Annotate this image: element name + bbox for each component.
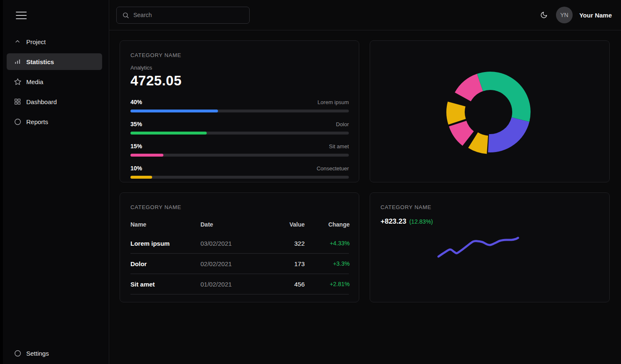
table-row: Dolor 02/02/2021 173 +3.3%	[130, 254, 349, 274]
sidebar-item-label: Project	[26, 38, 46, 45]
moon-icon[interactable]	[538, 10, 549, 20]
progress-row: 15% Sit amet	[130, 143, 349, 157]
sparkline-path	[438, 238, 518, 257]
star-icon	[13, 77, 22, 86]
cell-date: 02/02/2021	[200, 260, 260, 267]
sidebar-item-media[interactable]: Media	[7, 73, 102, 90]
table-row: Lorem ipsum 03/02/2021 322 +4.33%	[130, 233, 349, 254]
donut-segment	[468, 132, 488, 154]
sparkline-card: CATEGORY NAME +823.23 (12.83%)	[370, 192, 610, 302]
progress-track	[130, 176, 349, 179]
sidebar-item-settings[interactable]: Settings	[7, 345, 102, 362]
progress-fill	[130, 176, 152, 179]
card-category-label: CATEGORY NAME	[130, 52, 349, 58]
donut-chart	[370, 41, 609, 182]
progress-fill	[130, 154, 163, 157]
cell-date: 03/02/2021	[200, 240, 260, 247]
sidebar: Project Statistics Media Dashboard Repor…	[0, 0, 109, 364]
column-header-change: Change	[305, 221, 350, 228]
progress-row: 10% Consectetuer	[130, 165, 349, 179]
donut-chart-card	[370, 40, 610, 182]
avatar-initials: YN	[560, 12, 568, 18]
sidebar-item-reports[interactable]: Reports	[7, 113, 102, 130]
table-body: Lorem ipsum 03/02/2021 322 +4.33% Dolor …	[130, 233, 349, 294]
circle-icon	[13, 117, 22, 126]
cell-name: Dolor	[130, 260, 200, 267]
cell-value: 173	[260, 260, 305, 267]
donut-segment	[477, 72, 531, 122]
progress-label: Sit amet	[329, 143, 349, 150]
progress-track	[130, 132, 349, 135]
chevron-up-icon	[13, 37, 22, 46]
sidebar-item-label: Media	[26, 78, 43, 85]
cell-value: 456	[260, 281, 305, 288]
sparkline-chart	[370, 193, 610, 302]
sidebar-item-label: Reports	[26, 118, 48, 125]
cell-name: Lorem ipsum	[130, 240, 200, 247]
progress-label: Dolor	[336, 121, 349, 127]
user-name[interactable]: Your Name	[579, 12, 612, 19]
donut-segment	[446, 102, 466, 125]
top-bar: YN Your Name	[109, 0, 621, 30]
progress-track	[130, 154, 349, 157]
progress-label: Lorem ipsum	[318, 99, 349, 105]
cell-change: +2.81%	[305, 281, 350, 287]
sidebar-nav: Project Statistics Media Dashboard Repor…	[0, 33, 109, 130]
table-header-row: NameDateValueChange	[130, 219, 349, 233]
progress-label: Consectetuer	[317, 165, 349, 172]
cell-change: +4.33%	[305, 240, 350, 247]
circle-icon	[13, 349, 22, 357]
progress-percent: 15%	[130, 143, 142, 150]
progress-percent: 40%	[130, 99, 142, 105]
progress-percent: 35%	[130, 121, 142, 127]
content-grid: CATEGORY NAME Analytics 4725.05 40% Lore…	[109, 30, 621, 302]
cell-value: 322	[260, 240, 305, 247]
main-area: YN Your Name CATEGORY NAME Analytics 472…	[109, 0, 621, 364]
bar-chart-icon	[13, 57, 22, 66]
analytics-subtitle: Analytics	[130, 65, 349, 71]
column-header-date: Date	[200, 221, 260, 228]
column-header-name: Name	[130, 221, 200, 228]
progress-bars: 40% Lorem ipsum 35% Dolor 15% Sit amet 1…	[130, 99, 349, 179]
card-category-label: CATEGORY NAME	[130, 204, 349, 210]
grid-icon	[13, 97, 22, 106]
search-box[interactable]	[116, 7, 250, 24]
sidebar-item-label: Settings	[26, 350, 49, 357]
data-table: NameDateValueChange Lorem ipsum 03/02/20…	[130, 219, 349, 294]
hamburger-menu-button[interactable]	[16, 12, 27, 19]
sidebar-footer: Settings	[0, 345, 109, 364]
search-icon	[122, 12, 129, 19]
cell-name: Sit amet	[130, 281, 200, 288]
sidebar-item-project[interactable]: Project	[7, 33, 102, 50]
progress-row: 35% Dolor	[130, 121, 349, 135]
progress-fill	[130, 132, 207, 135]
donut-segment	[488, 117, 529, 152]
search-input[interactable]	[133, 12, 244, 18]
table-card: CATEGORY NAME NameDateValueChange Lorem …	[120, 192, 359, 302]
progress-percent: 10%	[130, 165, 142, 172]
sidebar-item-dashboard[interactable]: Dashboard	[7, 93, 102, 110]
sidebar-item-label: Dashboard	[26, 98, 57, 105]
cell-change: +3.3%	[305, 260, 350, 267]
table-row: Sit amet 01/02/2021 456 +2.81%	[130, 274, 349, 294]
analytics-card: CATEGORY NAME Analytics 4725.05 40% Lore…	[120, 40, 359, 182]
donut-segment	[449, 121, 474, 146]
progress-track	[130, 110, 349, 112]
avatar[interactable]: YN	[556, 7, 573, 23]
cell-date: 01/02/2021	[200, 281, 260, 288]
analytics-value: 4725.05	[130, 73, 349, 89]
topbar-right: YN Your Name	[538, 7, 612, 23]
progress-row: 40% Lorem ipsum	[130, 99, 349, 112]
column-header-value: Value	[260, 221, 305, 228]
sidebar-item-statistics[interactable]: Statistics	[7, 53, 102, 70]
app-window: Project Statistics Media Dashboard Repor…	[0, 0, 621, 364]
sidebar-item-label: Statistics	[26, 58, 54, 65]
progress-fill	[130, 110, 218, 112]
